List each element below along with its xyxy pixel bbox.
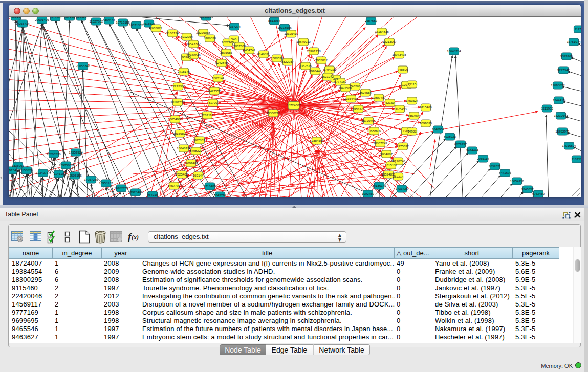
svg-text:8990448: 8990448 <box>309 69 322 73</box>
svg-text:9227342: 9227342 <box>557 68 570 72</box>
svg-text:116753: 116753 <box>572 157 581 161</box>
svg-text:8454749: 8454749 <box>243 48 256 52</box>
svg-text:10671355: 10671355 <box>129 23 143 27</box>
svg-text:8427552: 8427552 <box>208 89 221 93</box>
svg-text:16154838: 16154838 <box>375 30 389 33</box>
svg-text:14055714: 14055714 <box>15 21 30 25</box>
svg-text:1640954: 1640954 <box>432 127 445 131</box>
svg-text:1621072: 1621072 <box>321 75 334 78</box>
svg-text:8322037: 8322037 <box>281 60 294 63</box>
svg-text:2803144: 2803144 <box>212 76 225 80</box>
svg-text:16854966: 16854966 <box>168 117 182 121</box>
svg-text:9245652: 9245652 <box>521 187 534 191</box>
svg-text:(x): (x) <box>132 234 139 241</box>
svg-text:252214: 252214 <box>393 174 404 178</box>
svg-text:2935114: 2935114 <box>477 157 489 160</box>
svg-text:22420046: 22420046 <box>186 53 201 57</box>
svg-text:9699695: 9699695 <box>420 121 432 125</box>
svg-text:16961758: 16961758 <box>307 49 321 53</box>
svg-text:20691406: 20691406 <box>35 18 49 21</box>
svg-text:18807249: 18807249 <box>373 141 387 145</box>
svg-text:14099489: 14099489 <box>184 161 198 165</box>
svg-text:1453627: 1453627 <box>406 99 419 102</box>
svg-text:1065328: 1065328 <box>49 17 62 19</box>
svg-text:15751074: 15751074 <box>567 40 581 43</box>
svg-text:12325419: 12325419 <box>284 32 298 35</box>
svg-text:1156829: 1156829 <box>20 168 33 172</box>
svg-text:19384554: 19384554 <box>310 139 324 142</box>
svg-text:9084067: 9084067 <box>380 152 393 156</box>
svg-text:905116: 905116 <box>76 17 87 18</box>
svg-text:23226058: 23226058 <box>196 31 210 34</box>
svg-text:7955812: 7955812 <box>315 58 328 62</box>
svg-text:15720407: 15720407 <box>361 119 376 122</box>
svg-text:20516: 20516 <box>11 17 20 18</box>
svg-text:19166829: 19166829 <box>173 132 187 135</box>
svg-text:10688609: 10688609 <box>367 129 381 133</box>
svg-text:6466161: 6466161 <box>103 18 116 22</box>
svg-text:10654112: 10654112 <box>510 179 524 183</box>
svg-text:964210: 964210 <box>147 193 158 196</box>
svg-text:8938923: 8938923 <box>444 135 456 138</box>
svg-text:887833: 887833 <box>194 138 205 142</box>
svg-text:39154: 39154 <box>9 168 16 172</box>
svg-text:12213967: 12213967 <box>382 40 397 43</box>
svg-text:14923: 14923 <box>407 129 417 133</box>
svg-text:14136141: 14136141 <box>372 184 386 187</box>
svg-text:75115: 75115 <box>408 82 417 86</box>
svg-text:1244415: 1244415 <box>553 98 565 102</box>
svg-text:746266: 746266 <box>350 84 361 88</box>
svg-text:9242848: 9242848 <box>215 61 228 64</box>
svg-text:10958107: 10958107 <box>99 181 113 185</box>
svg-text:19218506: 19218506 <box>277 26 292 29</box>
svg-text:16543382: 16543382 <box>186 42 201 46</box>
svg-text:2718176: 2718176 <box>178 70 190 73</box>
svg-text:1335061: 1335061 <box>12 164 25 167</box>
svg-text:9357994: 9357994 <box>408 114 421 117</box>
svg-text:10719155: 10719155 <box>116 20 130 24</box>
svg-text:3875685: 3875685 <box>220 51 233 54</box>
svg-text:1733426: 1733426 <box>396 187 408 190</box>
svg-text:16648784: 16648784 <box>447 49 461 53</box>
svg-text:11175: 11175 <box>575 27 581 31</box>
svg-text:1588520: 1588520 <box>271 56 284 60</box>
svg-text:1092450: 1092450 <box>362 192 375 195</box>
svg-text:20364436: 20364436 <box>344 97 358 100</box>
svg-text:1975692: 1975692 <box>397 144 409 148</box>
svg-text:2867608: 2867608 <box>233 44 246 48</box>
svg-text:8912954: 8912954 <box>181 35 193 38</box>
svg-text:16210643: 16210643 <box>554 114 568 117</box>
svg-text:7357274: 7357274 <box>228 25 241 28</box>
svg-text:1615132: 1615132 <box>385 163 398 167</box>
svg-text:62160: 62160 <box>385 101 395 104</box>
svg-text:10025453: 10025453 <box>393 107 407 111</box>
svg-text:169144: 169144 <box>193 173 204 177</box>
svg-text:7663822: 7663822 <box>150 26 163 30</box>
svg-text:7515526: 7515526 <box>143 21 156 25</box>
svg-text:17016504: 17016504 <box>562 144 576 147</box>
svg-text:9762450: 9762450 <box>532 192 545 195</box>
svg-text:748500: 748500 <box>398 68 408 71</box>
svg-text:11527602: 11527602 <box>89 19 103 23</box>
svg-text:25300293: 25300293 <box>266 111 280 115</box>
svg-text:10107553: 10107553 <box>170 100 185 104</box>
svg-text:9777169: 9777169 <box>334 80 347 83</box>
svg-text:16120746: 16120746 <box>391 159 405 163</box>
svg-text:12213363: 12213363 <box>171 84 185 88</box>
svg-text:17923466: 17923466 <box>128 190 143 194</box>
svg-text:3267110: 3267110 <box>201 113 213 117</box>
svg-text:12093822: 12093822 <box>551 83 565 87</box>
svg-text:18640910: 18640910 <box>296 40 311 43</box>
svg-text:6794028: 6794028 <box>323 68 336 71</box>
svg-text:9457791: 9457791 <box>168 184 181 187</box>
svg-text:1043798: 1043798 <box>214 193 227 197</box>
svg-text:8215955: 8215955 <box>541 106 554 110</box>
svg-text:114519: 114519 <box>54 172 64 176</box>
svg-text:20206536: 20206536 <box>47 152 61 156</box>
svg-text:10973493: 10973493 <box>392 53 406 56</box>
svg-text:16046738: 16046738 <box>177 146 191 150</box>
svg-text:9474444: 9474444 <box>466 148 479 152</box>
svg-text:3498222: 3498222 <box>190 149 203 152</box>
svg-text:8471676: 8471676 <box>499 171 512 174</box>
svg-text:9327505: 9327505 <box>222 40 234 44</box>
